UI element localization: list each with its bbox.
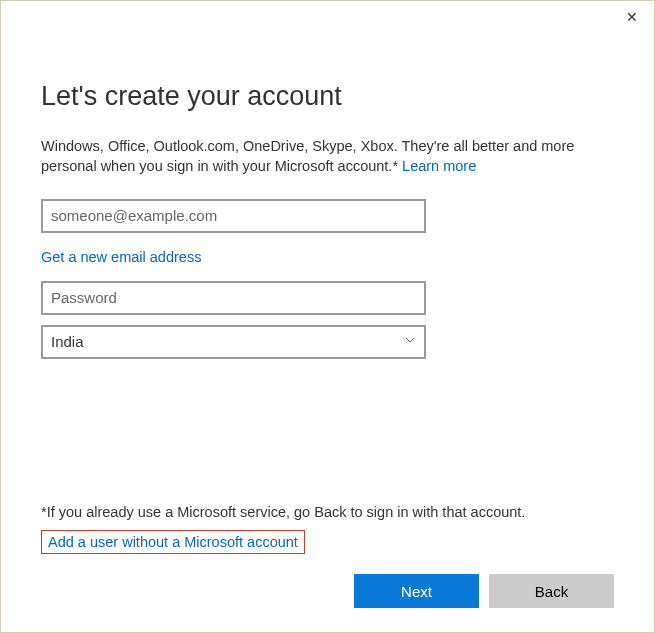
page-title: Let's create your account — [41, 81, 614, 112]
country-select[interactable]: India — [41, 325, 426, 359]
back-button[interactable]: Back — [489, 574, 614, 608]
next-button[interactable]: Next — [354, 574, 479, 608]
description: Windows, Office, Outlook.com, OneDrive, … — [41, 136, 614, 177]
footer: *If you already use a Microsoft service,… — [41, 504, 614, 608]
description-text: Windows, Office, Outlook.com, OneDrive, … — [41, 138, 574, 174]
password-field[interactable] — [41, 281, 426, 315]
add-user-without-account-link[interactable]: Add a user without a Microsoft account — [41, 530, 305, 554]
form-fields: Get a new email address India — [41, 199, 426, 359]
email-field[interactable] — [41, 199, 426, 233]
chevron-down-icon — [404, 334, 416, 349]
country-selected-value: India — [51, 333, 84, 350]
learn-more-link[interactable]: Learn more — [402, 158, 476, 174]
button-row: Next Back — [41, 574, 614, 608]
dialog-content: Let's create your account Windows, Offic… — [1, 1, 654, 359]
close-icon[interactable]: ✕ — [626, 9, 638, 25]
footnote-text: *If you already use a Microsoft service,… — [41, 504, 614, 520]
get-new-email-link[interactable]: Get a new email address — [41, 249, 201, 265]
